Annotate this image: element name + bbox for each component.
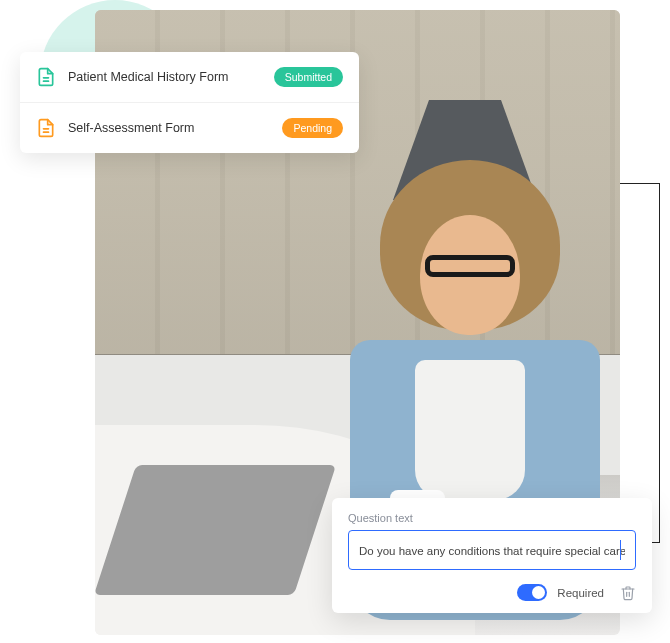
document-icon bbox=[36, 67, 56, 87]
form-row[interactable]: Patient Medical History Form Submitted bbox=[20, 52, 359, 102]
document-icon bbox=[36, 118, 56, 138]
question-builder-card: Question text Required bbox=[332, 498, 652, 613]
photo-tee bbox=[415, 360, 525, 500]
form-label: Patient Medical History Form bbox=[68, 70, 274, 84]
required-label: Required bbox=[557, 587, 604, 599]
form-row[interactable]: Self-Assessment Form Pending bbox=[20, 102, 359, 153]
question-input-wrap[interactable] bbox=[348, 530, 636, 570]
form-label: Self-Assessment Form bbox=[68, 121, 282, 135]
status-badge: Submitted bbox=[274, 67, 343, 87]
forms-status-card: Patient Medical History Form Submitted S… bbox=[20, 52, 359, 153]
question-field-label: Question text bbox=[348, 512, 636, 524]
photo-glasses bbox=[425, 255, 515, 277]
toggle-knob bbox=[532, 586, 545, 599]
required-toggle[interactable] bbox=[517, 584, 547, 601]
trash-icon[interactable] bbox=[620, 585, 636, 601]
photo-laptop bbox=[95, 465, 336, 595]
text-caret bbox=[620, 540, 621, 560]
question-text-input[interactable] bbox=[359, 545, 625, 557]
status-badge: Pending bbox=[282, 118, 343, 138]
question-footer: Required bbox=[348, 584, 636, 601]
